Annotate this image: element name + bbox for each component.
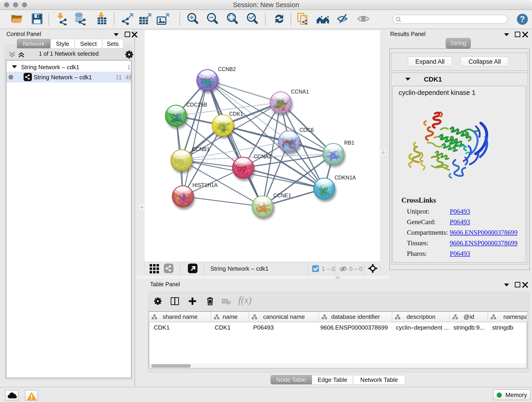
- svg-text:RB1: RB1: [344, 140, 355, 146]
- svg-text:CDK1: CDK1: [229, 111, 243, 117]
- svg-text:HIST1H1A: HIST1H1A: [192, 182, 218, 188]
- svg-text:CCNB1: CCNB1: [192, 146, 210, 152]
- svg-text:CCNA2: CCNA2: [254, 153, 272, 160]
- svg-text:CDC25B: CDC25B: [186, 102, 207, 108]
- svg-text:CCNE1: CCNE1: [273, 192, 291, 198]
- svg-text:CCNB2: CCNB2: [218, 66, 236, 72]
- svg-text:?: ?: [520, 14, 525, 24]
- svg-text:CDC6: CDC6: [299, 127, 314, 133]
- svg-text:CCNA1: CCNA1: [291, 89, 309, 95]
- svg-text:CDKN1A: CDKN1A: [335, 175, 356, 181]
